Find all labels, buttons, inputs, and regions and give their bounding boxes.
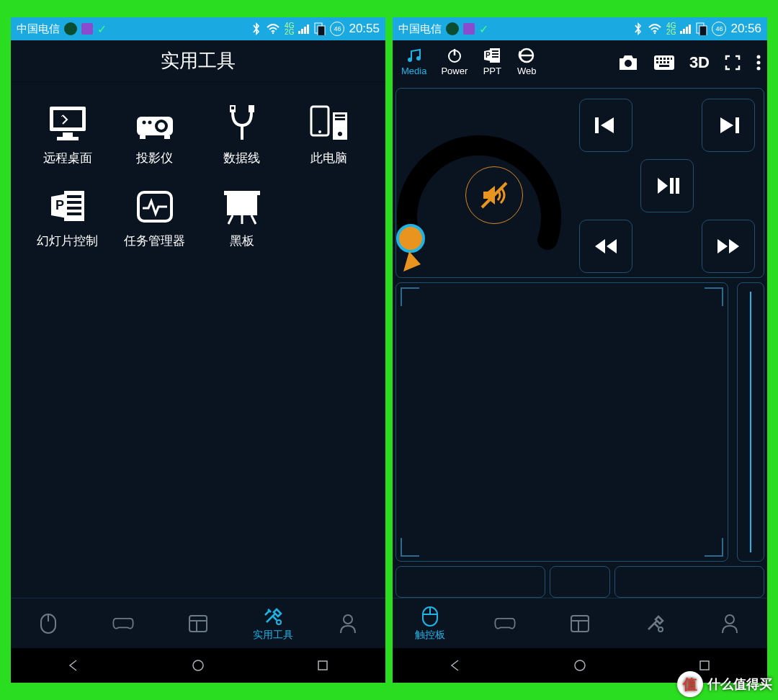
rewind-button[interactable]	[579, 220, 632, 273]
more-button[interactable]	[756, 54, 761, 71]
svg-rect-24	[335, 115, 345, 117]
monitor-icon	[45, 104, 90, 144]
corner-indicator	[401, 538, 419, 557]
svg-rect-9	[63, 133, 73, 137]
trackpad[interactable]	[395, 282, 728, 562]
mode-ppt[interactable]: P PPT	[482, 47, 502, 76]
3d-button[interactable]: 3D	[689, 53, 710, 72]
nav-back[interactable]	[447, 657, 464, 674]
tool-blackboard[interactable]: 黑板	[202, 187, 281, 249]
tool-label: 远程桌面	[43, 150, 92, 166]
shield-icon: ✓	[97, 22, 107, 36]
svg-rect-41	[189, 616, 207, 632]
svg-rect-20	[231, 107, 234, 109]
next-track-button[interactable]	[702, 99, 755, 152]
mode-web[interactable]: Web	[517, 47, 537, 76]
svg-rect-50	[680, 31, 682, 34]
fullscreen-button[interactable]	[724, 54, 741, 71]
svg-rect-86	[676, 178, 679, 194]
projector-icon	[133, 104, 177, 144]
wrench-icon	[262, 606, 284, 627]
network-4g-label: 4G2G	[666, 22, 676, 35]
sim-icon	[314, 22, 326, 35]
status-bar: 中国电信 ✓ 4G2G 46 20:56	[393, 17, 767, 40]
tool-projector[interactable]: 投影仪	[115, 104, 194, 166]
music-icon	[404, 47, 424, 64]
tab-gamepad[interactable]	[468, 598, 542, 648]
android-nav-bar	[11, 648, 385, 683]
svg-rect-28	[67, 195, 81, 198]
heartbeat-icon	[133, 187, 177, 227]
tool-task-manager[interactable]: 任务管理器	[115, 187, 194, 249]
svg-line-36	[228, 215, 233, 224]
tool-slide-control[interactable]: P 幻灯片控制	[28, 187, 107, 249]
play-pause-button[interactable]	[640, 159, 694, 212]
tab-tools[interactable]	[617, 598, 692, 648]
tab-label: 触控板	[415, 629, 445, 642]
svg-rect-19	[249, 105, 254, 112]
scroll-strip[interactable]	[737, 282, 764, 562]
layout-icon	[569, 613, 591, 634]
wrench-icon	[644, 613, 666, 634]
nav-back[interactable]	[65, 657, 82, 674]
mouse-left-button[interactable]	[395, 566, 545, 598]
svg-rect-29	[67, 201, 81, 204]
tool-remote-desktop[interactable]: 远程桌面	[28, 104, 107, 166]
mouse-middle-button[interactable]	[550, 566, 610, 598]
tab-gamepad[interactable]	[86, 598, 161, 648]
svg-rect-51	[683, 29, 685, 34]
mode-bar: Media Power P PPT Web 3D	[393, 40, 767, 85]
mouse-right-button[interactable]	[614, 566, 764, 598]
layout-icon	[187, 613, 209, 634]
svg-rect-83	[595, 117, 599, 133]
mouse-buttons	[395, 566, 764, 598]
tab-touchpad[interactable]: 触控板	[393, 598, 468, 648]
corner-indicator	[705, 287, 723, 306]
svg-rect-55	[699, 26, 707, 35]
tab-profile[interactable]	[692, 598, 767, 648]
svg-point-95	[725, 615, 734, 624]
phone-right: 中国电信 ✓ 4G2G 46 20:56 Media Power	[393, 17, 767, 683]
tab-profile[interactable]	[310, 598, 385, 648]
mute-button[interactable]	[465, 166, 523, 224]
bluetooth-icon	[251, 22, 261, 35]
mode-media[interactable]: Media	[401, 47, 426, 76]
nav-home[interactable]	[571, 657, 589, 674]
carrier-label: 中国电信	[17, 22, 60, 36]
svg-point-79	[757, 61, 761, 65]
person-icon	[719, 613, 741, 634]
tab-touchpad[interactable]	[11, 598, 86, 648]
ppt-icon: P	[482, 47, 502, 64]
tool-label: 数据线	[223, 150, 260, 166]
tool-label: 投影仪	[136, 150, 173, 166]
nav-recent[interactable]	[314, 657, 331, 674]
svg-rect-25	[335, 118, 345, 120]
svg-rect-97	[700, 661, 709, 670]
tool-data-cable[interactable]: 数据线	[202, 104, 281, 166]
power-icon	[444, 47, 465, 64]
svg-point-78	[757, 55, 761, 59]
prev-track-button[interactable]	[579, 99, 632, 152]
svg-rect-3	[304, 27, 306, 34]
tab-layouts[interactable]	[542, 598, 617, 648]
keyboard-button[interactable]	[653, 55, 675, 71]
svg-rect-85	[670, 178, 674, 194]
svg-rect-75	[663, 61, 666, 63]
svg-point-56	[408, 58, 412, 62]
fast-forward-button[interactable]	[702, 220, 755, 273]
nav-home[interactable]	[189, 657, 207, 674]
mouse-icon	[37, 613, 59, 634]
page-title: 实用工具	[11, 40, 385, 82]
tab-tools[interactable]: 实用工具	[236, 598, 310, 648]
tool-this-pc[interactable]: 此电脑	[290, 104, 368, 166]
trackpad-area	[395, 282, 764, 598]
svg-rect-31	[67, 212, 81, 215]
mode-power[interactable]: Power	[441, 47, 468, 76]
tool-grid: 远程桌面 投影仪 数据线 此电脑 P 幻灯片控制	[11, 82, 385, 271]
tab-layouts[interactable]	[161, 598, 236, 648]
svg-rect-52	[686, 27, 688, 34]
svg-line-37	[251, 215, 256, 224]
svg-rect-72	[671, 58, 672, 60]
status-app-icon2	[81, 23, 93, 35]
camera-button[interactable]	[617, 54, 639, 71]
